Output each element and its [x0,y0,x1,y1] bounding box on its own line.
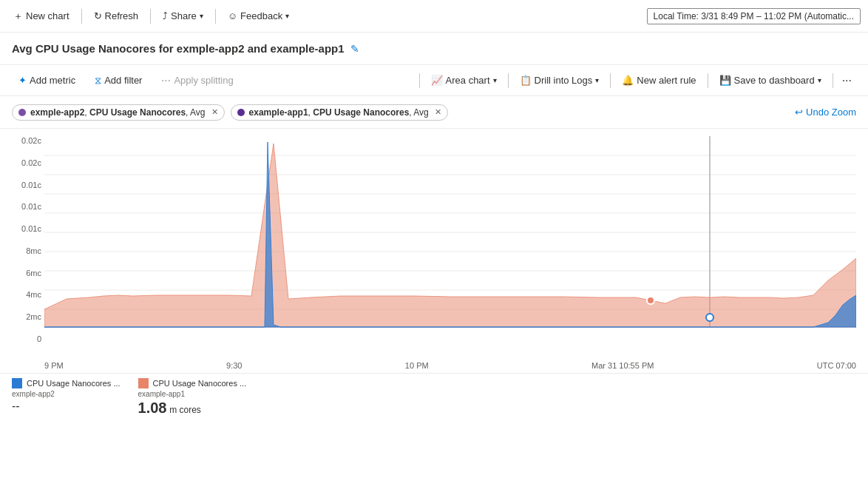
legend-item-2: CPU Usage Nanocores ... example-app1 1.0… [138,378,247,417]
new-alert-rule-button[interactable]: 🔔 New alert rule [615,71,702,90]
metric-pill-1[interactable]: exmple-app2, CPU Usage Nanocores, Avg ✕ [12,104,225,121]
new-alert-rule-label: New alert rule [637,75,696,86]
top-toolbar: ＋ New chart ↻ Refresh ⤴ Share ▾ ☺ Feedba… [0,0,868,33]
top-toolbar-left: ＋ New chart ↻ Refresh ⤴ Share ▾ ☺ Feedba… [7,7,647,26]
separator [419,73,420,88]
legend-color-2 [138,378,149,388]
divider [81,9,82,24]
apply-splitting-label: Apply splitting [174,75,233,86]
metric-color-dot-2 [237,109,245,116]
plus-icon: ＋ [13,10,23,23]
metric-pill-text-2: example-app1, CPU Usage Nanocores, Avg [249,107,429,118]
refresh-button[interactable]: ↻ Refresh [88,7,145,24]
chevron-down-icon: ▾ [200,12,203,20]
add-metric-icon: ✦ [18,75,27,86]
separator [610,73,611,88]
share-icon: ⤴ [163,10,168,21]
chevron-down-icon: ▾ [818,76,821,84]
separator [508,73,509,88]
time-range-selector[interactable]: Local Time: 3/31 8:49 PM – 11:02 PM (Aut… [647,8,861,24]
legend-item-1: CPU Usage Nanocores ... exmple-app2 -- [12,378,121,413]
metric-remove-1[interactable]: ✕ [211,107,218,117]
feedback-button[interactable]: ☺ Feedback ▾ [222,7,295,24]
chevron-down-icon: ▾ [285,12,289,20]
chart-svg [44,136,856,329]
new-chart-label: New chart [26,10,69,21]
divider [150,9,151,24]
chart-toolbar: ✦ Add metric ⧖ Add filter ⋯ Apply splitt… [0,65,868,96]
legend-subtitle-2: example-app1 [138,390,247,398]
more-options-button[interactable]: ··· [838,71,856,90]
feedback-icon: ☺ [228,10,237,21]
undo-zoom-label: Undo Zoom [806,107,856,118]
refresh-icon: ↻ [94,10,102,21]
metric-pill-text-1: exmple-app2, CPU Usage Nanocores, Avg [30,107,206,118]
edit-title-icon[interactable]: ✎ [350,43,359,55]
undo-zoom-button[interactable]: ↩ Undo Zoom [795,107,856,118]
metrics-area: exmple-app2, CPU Usage Nanocores, Avg ✕ … [0,96,868,129]
legend-header-2: CPU Usage Nanocores ... [138,378,247,388]
add-metric-label: Add metric [30,75,75,86]
filter-icon: ⧖ [95,75,101,87]
svg-point-12 [706,314,713,321]
refresh-label: Refresh [105,10,139,21]
legend-area: CPU Usage Nanocores ... exmple-app2 -- C… [0,373,868,432]
add-metric-button[interactable]: ✦ Add metric [12,71,82,90]
legend-subtitle-1: exmple-app2 [12,390,121,398]
save-to-dashboard-button[interactable]: 💾 Save to dashboard ▾ [713,71,828,90]
y-axis: 0.02c 0.02c 0.01c 0.01c 0.01c 8mc 6mc 4m… [12,136,41,343]
metric-pill-2[interactable]: example-app1, CPU Usage Nanocores, Avg ✕ [231,104,448,121]
legend-value-1: -- [12,400,121,413]
area-chart-button[interactable]: 📈 Area chart ▾ [424,71,503,90]
x-axis: 9 PM 9:30 10 PM Mar 31 10:55 PM UTC 07:0… [44,361,856,370]
chart-container: 0.02c 0.02c 0.01c 0.01c 0.01c 8mc 6mc 4m… [0,129,868,373]
save-to-dashboard-label: Save to dashboard [734,75,815,86]
chevron-down-icon: ▾ [595,76,599,84]
legend-title-1: CPU Usage Nanocores ... [27,379,121,388]
legend-value-2: 1.08 m cores [138,400,247,417]
metric-color-dot-1 [18,109,26,116]
page-title: Avg CPU Usage Nanocores for exmple-app2 … [12,42,345,55]
split-icon: ⋯ [161,75,171,86]
separator [708,73,708,88]
add-filter-button[interactable]: ⧖ Add filter [88,71,149,90]
chart-toolbar-right: 📈 Area chart ▾ 📋 Drill into Logs ▾ 🔔 New… [418,71,856,90]
legend-header-1: CPU Usage Nanocores ... [12,378,121,388]
area-chart-label: Area chart [446,75,490,86]
apply-splitting-button[interactable]: ⋯ Apply splitting [155,71,240,90]
legend-title-2: CPU Usage Nanocores ... [153,379,247,388]
metric-remove-2[interactable]: ✕ [435,107,441,117]
svg-point-11 [647,297,654,304]
divider [215,9,216,24]
drill-into-logs-button[interactable]: 📋 Drill into Logs ▾ [513,71,606,90]
drill-into-logs-label: Drill into Logs [535,75,593,86]
area-chart-icon: 📈 [431,75,443,86]
alert-icon: 🔔 [622,75,634,86]
share-button[interactable]: ⤴ Share ▾ [157,7,209,24]
feedback-label: Feedback [240,10,282,21]
add-filter-label: Add filter [104,75,142,86]
share-label: Share [171,10,197,21]
time-range-text: Local Time: 3/31 8:49 PM – 11:02 PM (Aut… [654,11,854,21]
title-bar: Avg CPU Usage Nanocores for exmple-app2 … [0,33,868,65]
more-options-label: ··· [842,74,852,87]
chevron-down-icon: ▾ [493,76,497,84]
undo-zoom-icon: ↩ [795,107,803,118]
legend-color-1 [12,378,22,388]
save-icon: 💾 [719,75,731,86]
separator [833,73,833,88]
new-chart-button[interactable]: ＋ New chart [7,7,75,26]
logs-icon: 📋 [520,75,532,86]
